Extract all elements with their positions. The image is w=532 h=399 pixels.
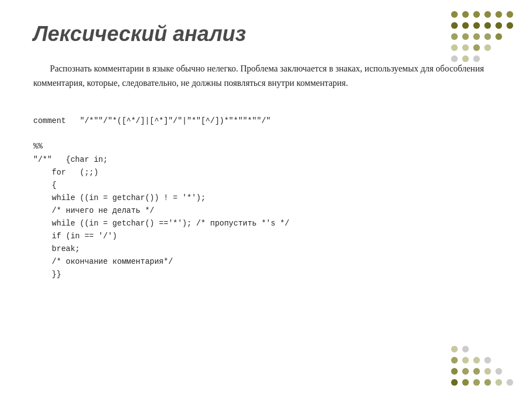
- dot: [495, 55, 502, 62]
- code-line-2: for (;;): [33, 168, 99, 177]
- dot: [484, 33, 491, 40]
- dot: [462, 33, 469, 40]
- description-text: Распознать комментарии в языке обычно не…: [33, 62, 499, 90]
- dot: [495, 33, 502, 40]
- dot: [473, 379, 480, 386]
- dot: [451, 346, 458, 352]
- code-line-6: while ((in = getchar() =='*'); /* пропус…: [33, 219, 289, 228]
- dot: [495, 368, 502, 375]
- dot: [507, 368, 513, 375]
- dot: [507, 11, 513, 18]
- dot: [473, 11, 480, 18]
- dot: [473, 368, 480, 375]
- dot: [484, 346, 491, 352]
- dot: [507, 357, 513, 364]
- dot: [451, 11, 458, 18]
- code-line-3: {: [33, 181, 57, 190]
- dot: [462, 44, 469, 51]
- dot: [484, 357, 491, 364]
- dot: [507, 379, 513, 386]
- dot: [507, 22, 513, 29]
- code-line-section: %%: [33, 142, 43, 151]
- dot: [473, 44, 480, 51]
- dot: [507, 33, 513, 40]
- dot: [451, 379, 458, 386]
- dot: [473, 33, 480, 40]
- dot: [507, 346, 513, 352]
- dot: [495, 346, 502, 352]
- code-block: comment "/*""/"*([^*/]|[^*]"/"|"*"[^/])*…: [33, 102, 499, 294]
- dot: [462, 22, 469, 29]
- dot: [451, 368, 458, 375]
- dot: [495, 44, 502, 51]
- dots-decoration-top-right: [451, 11, 515, 64]
- dot: [495, 357, 502, 364]
- dot: [484, 379, 491, 386]
- dot: [462, 11, 469, 18]
- dot: [495, 22, 502, 29]
- dot: [484, 22, 491, 29]
- code-line-comment: comment "/*""/"*([^*/]|[^*]"/"|"*"[^/])*…: [33, 116, 270, 125]
- dot: [507, 44, 513, 51]
- dot: [484, 44, 491, 51]
- page-title: Лексический анализ: [33, 22, 499, 46]
- dot: [462, 368, 469, 375]
- dot: [451, 357, 458, 364]
- dot: [484, 368, 491, 375]
- code-line-8: break;: [33, 244, 80, 253]
- dots-decoration-bottom-right: [451, 346, 515, 388]
- dot: [451, 44, 458, 51]
- dot: [473, 357, 480, 364]
- dot: [451, 55, 458, 62]
- code-line-7: if (in == '/'): [33, 232, 117, 241]
- dot: [451, 33, 458, 40]
- dot: [484, 55, 491, 62]
- dot: [462, 379, 469, 386]
- dot: [484, 11, 491, 18]
- dot: [462, 346, 469, 352]
- code-line-9: /* окончание комментария*/: [33, 257, 173, 266]
- dot: [462, 357, 469, 364]
- dot: [507, 55, 513, 62]
- dot: [473, 346, 480, 352]
- dot: [462, 55, 469, 62]
- dot: [473, 55, 480, 62]
- dot: [495, 11, 502, 18]
- code-line-10: }}: [33, 270, 61, 279]
- code-line-4: while ((in = getchar()) ! = '*');: [33, 193, 206, 202]
- dot: [495, 379, 502, 386]
- dot: [473, 22, 480, 29]
- dot: [451, 22, 458, 29]
- code-line-1: "/*" {char in;: [33, 155, 108, 164]
- page-container: Лексический анализ Распознать комментари…: [0, 0, 532, 399]
- code-line-5: /* ничего не делать */: [33, 206, 154, 215]
